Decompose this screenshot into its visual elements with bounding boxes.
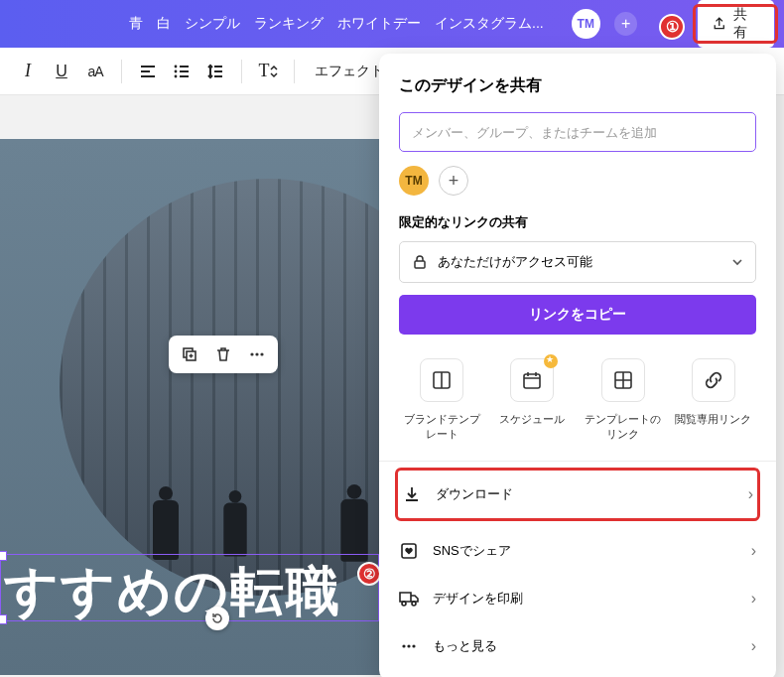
svg-point-7 [260, 352, 263, 355]
underline-button[interactable]: U [48, 56, 75, 87]
rotate-handle[interactable] [205, 607, 229, 630]
link-access-label: あなただけがアクセス可能 [438, 253, 592, 271]
chevron-right-icon: › [751, 590, 756, 608]
svg-point-0 [175, 65, 178, 68]
list-item-label: もっと見る [433, 637, 497, 655]
delete-button[interactable] [210, 341, 236, 367]
sns-share-item[interactable]: SNSでシェア › [399, 527, 756, 575]
photo-figure [220, 490, 251, 562]
schedule-tile[interactable]: スケジュール [489, 358, 575, 443]
chevron-right-icon: › [751, 637, 756, 655]
tag-item[interactable]: インスタグラム... [435, 15, 544, 33]
spacing-button[interactable] [201, 56, 229, 87]
share-icon [712, 16, 727, 32]
template-link-icon [612, 369, 634, 391]
duplicate-button[interactable] [177, 341, 202, 367]
lock-icon [412, 254, 428, 270]
tile-label: 閲覧専用リンク [675, 412, 751, 427]
svg-rect-8 [415, 261, 425, 268]
chevron-right-icon: › [751, 542, 756, 560]
svg-point-6 [255, 352, 258, 355]
svg-point-5 [250, 352, 253, 355]
list-item-label: SNSでシェア [433, 542, 511, 560]
add-member-button[interactable]: + [439, 166, 468, 196]
link-icon [703, 369, 724, 391]
tile-label: スケジュール [499, 412, 565, 427]
list-item-label: ダウンロード [436, 485, 513, 503]
svg-point-13 [402, 602, 406, 606]
duplicate-icon [181, 345, 198, 363]
svg-point-15 [402, 644, 405, 647]
annotation-badge-2: ② [357, 562, 381, 586]
align-left-icon [139, 63, 157, 80]
tag-item[interactable]: シンプル [185, 15, 240, 33]
download-item[interactable]: ダウンロード › [402, 471, 753, 518]
font-size-icon: T [259, 61, 270, 81]
rotate-icon [210, 611, 224, 625]
chevron-updown-icon [270, 63, 278, 80]
view-only-link-tile[interactable]: 閲覧専用リンク [671, 358, 756, 443]
more-horizontal-icon [400, 637, 418, 655]
tag-item[interactable]: 青 [129, 15, 143, 33]
share-button-label: 共有 [733, 6, 760, 42]
font-size-button[interactable]: T [254, 56, 282, 87]
svg-point-16 [407, 644, 410, 647]
selection-outline[interactable] [0, 554, 379, 621]
svg-point-17 [412, 644, 415, 647]
tag-item[interactable]: ランキング [254, 15, 324, 33]
bullet-list-button[interactable] [168, 56, 196, 87]
list-icon [173, 63, 191, 80]
more-horizontal-icon [248, 345, 266, 363]
brand-template-tile[interactable]: ブランドテンプレート [399, 358, 484, 443]
heart-box-icon [400, 542, 418, 560]
more-options-button[interactable] [244, 341, 270, 367]
user-avatar[interactable]: TM [572, 9, 600, 39]
share-button[interactable]: 共有 [698, 0, 774, 48]
share-panel-title: このデザインを共有 [399, 75, 756, 96]
design-page[interactable]: すすめの転職 で失敗しないコツ [0, 139, 387, 675]
annotation-badge-1: ① [659, 14, 685, 40]
element-context-toolbar [169, 336, 278, 373]
svg-point-1 [175, 69, 178, 72]
tag-item[interactable]: ホワイトデー [337, 15, 421, 33]
svg-point-14 [412, 602, 416, 606]
add-member-chip[interactable]: + [614, 12, 637, 36]
share-tiles-row: ブランドテンプレート スケジュール テンプレートのリンク 閲覧専用リンク [399, 358, 756, 443]
download-icon [403, 485, 421, 503]
template-icon [431, 369, 453, 391]
copy-link-button[interactable]: リンクをコピー [399, 295, 756, 335]
print-design-item[interactable]: デザインを印刷 › [399, 575, 756, 622]
calendar-icon [521, 369, 543, 391]
truck-icon [399, 590, 419, 608]
see-more-item[interactable]: もっと見る › [399, 622, 756, 670]
svg-rect-10 [524, 374, 540, 388]
tile-label: ブランドテンプレート [399, 412, 484, 443]
annotation-highlight-download: ダウンロード › [395, 468, 760, 521]
link-share-section-label: 限定的なリンクの共有 [399, 213, 756, 231]
trash-icon [214, 345, 232, 363]
italic-button[interactable]: I [14, 56, 42, 87]
list-item-label: デザインを印刷 [433, 590, 523, 608]
share-panel: このデザインを共有 TM + 限定的なリンクの共有 あなただけがアクセス可能 リ… [379, 54, 776, 677]
tag-item[interactable]: 白 [157, 15, 171, 33]
link-access-select[interactable]: あなただけがアクセス可能 [399, 241, 756, 283]
chevron-down-icon [731, 256, 743, 268]
member-avatars-row: TM + [399, 166, 756, 196]
chevron-right-icon: › [748, 485, 753, 503]
align-button[interactable] [134, 56, 162, 87]
add-member-input[interactable] [399, 112, 756, 152]
text-case-button[interactable]: aA [81, 56, 109, 87]
svg-point-2 [175, 74, 178, 77]
tile-label: テンプレートのリンク [581, 412, 666, 443]
line-spacing-icon [206, 63, 224, 80]
member-avatar[interactable]: TM [399, 166, 429, 196]
template-link-tile[interactable]: テンプレートのリンク [581, 358, 666, 443]
star-badge-icon [544, 354, 558, 368]
circular-photo[interactable] [60, 179, 387, 596]
